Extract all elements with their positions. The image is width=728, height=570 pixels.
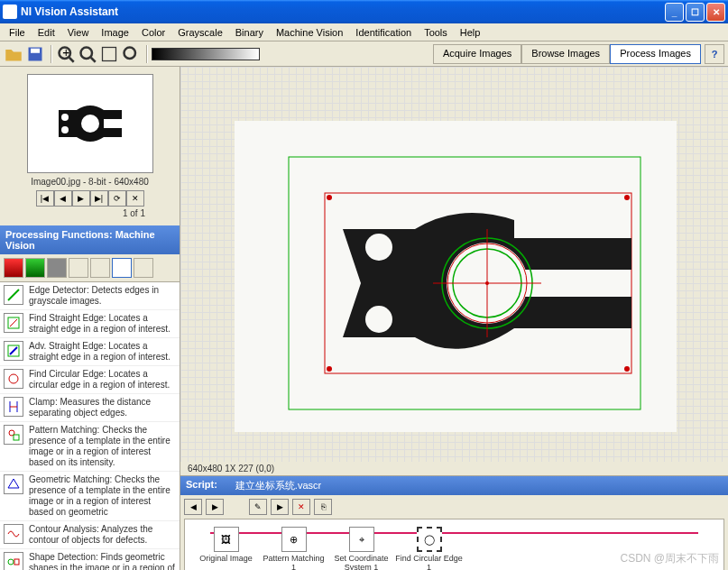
script-add-button[interactable]: ⎘	[314, 499, 332, 515]
maximize-button[interactable]: ☐	[686, 3, 705, 22]
script-delete-button[interactable]: ✕	[292, 499, 310, 515]
help-button[interactable]: ?	[705, 44, 724, 64]
zoom-1x-button[interactable]	[121, 44, 141, 64]
svg-rect-25	[14, 559, 19, 565]
func-pattern-matching[interactable]: Pattern Matching: Checks the presence of…	[0, 422, 180, 472]
thumbnail-caption: Image00.jpg - 8-bit - 640x480	[7, 177, 172, 187]
adv-straight-edge-icon	[4, 341, 23, 361]
window-controls: _ ☐ ✕	[665, 3, 725, 22]
cat-tab-7[interactable]	[134, 258, 153, 278]
func-adv-straight-edge[interactable]: Adv. Straight Edge: Locates a straight e…	[0, 338, 180, 366]
svg-point-33	[327, 195, 332, 200]
script-step-pattern-matching[interactable]: ⊕Pattern Matching 1	[260, 527, 327, 565]
menu-file[interactable]: File	[4, 25, 31, 40]
status-line: 640x480 1X 227 (0,0)	[180, 462, 728, 475]
svg-point-38	[365, 306, 392, 333]
svg-rect-7	[103, 47, 116, 60]
find-straight-edge-icon	[4, 313, 23, 333]
svg-point-10	[61, 126, 69, 133]
cat-tab-5[interactable]	[90, 258, 110, 278]
script-label: Script:	[186, 479, 217, 492]
cat-tab-2[interactable]	[25, 258, 45, 278]
zoom-fit-button[interactable]	[99, 44, 119, 64]
canvas-area: 640x480 1X 227 (0,0) Script: 建立坐标系统.vasc…	[180, 67, 728, 570]
contour-analysis-icon	[4, 524, 23, 544]
window-title: NI Vision Assistant	[21, 5, 665, 18]
script-step-coord-system[interactable]: ⌖Set Coordinate System 1	[327, 527, 395, 565]
menu-bar: File Edit View Image Color Grayscale Bin…	[0, 23, 728, 41]
nav-next-button[interactable]: ▶|	[90, 190, 108, 207]
edge-detector-icon	[4, 285, 23, 305]
nav-play-button[interactable]: ▶	[72, 190, 90, 207]
original-image-icon: 🖼	[214, 527, 239, 552]
svg-line-12	[8, 290, 19, 300]
browse-images-button[interactable]: Browse Images	[521, 44, 610, 64]
svg-point-5	[81, 47, 93, 59]
geometric-matching-icon	[4, 474, 23, 494]
save-button[interactable]	[25, 44, 45, 64]
nav-first-button[interactable]: |◀	[36, 190, 54, 207]
svg-line-3	[69, 57, 74, 61]
func-find-circular-edge[interactable]: Find Circular Edge: Locates a circular e…	[0, 366, 180, 394]
image-view[interactable]	[235, 121, 677, 432]
zoom-out-button[interactable]	[78, 44, 97, 64]
script-step-circular-edge[interactable]: ◯Find Circular Edge 1	[395, 527, 463, 565]
menu-tools[interactable]: Tools	[419, 25, 453, 40]
clamp-icon	[4, 397, 23, 417]
watermark: CSDN @周末不下雨	[620, 551, 719, 566]
open-button[interactable]	[4, 44, 23, 64]
acquire-images-button[interactable]: Acquire Images	[433, 44, 521, 64]
svg-rect-22	[14, 435, 19, 440]
menu-machine-vision[interactable]: Machine Vision	[271, 25, 348, 40]
func-find-straight-edge[interactable]: Find Straight Edge: Locates a straight e…	[0, 310, 180, 338]
function-list[interactable]: Edge Detector: Detects edges in grayscal…	[0, 282, 180, 570]
svg-point-11	[81, 115, 99, 133]
script-step-original[interactable]: 🖼Original Image	[192, 527, 260, 565]
script-next-button[interactable]: ▶	[206, 499, 224, 515]
func-shape-detection[interactable]: Shape Detection: Finds geometric shapes …	[0, 549, 180, 570]
zoom-in-button[interactable]: +	[56, 44, 76, 64]
svg-point-17	[9, 374, 18, 383]
script-prev-button[interactable]: ◀	[184, 499, 202, 515]
cat-tab-1[interactable]	[4, 258, 23, 278]
cat-tab-4[interactable]	[69, 258, 88, 278]
svg-point-36	[624, 366, 630, 372]
menu-help[interactable]: Help	[455, 25, 486, 40]
menu-grayscale[interactable]: Grayscale	[172, 25, 228, 40]
close-button[interactable]: ✕	[706, 3, 725, 22]
find-circular-edge-icon	[4, 369, 23, 389]
script-run-button[interactable]: ▶	[271, 499, 289, 515]
menu-view[interactable]: View	[62, 25, 95, 40]
script-edit-button[interactable]: ✎	[249, 499, 267, 515]
func-clamp[interactable]: Clamp: Measures the distance separating …	[0, 394, 180, 422]
pattern-matching-icon	[4, 425, 23, 445]
script-header: Script: 建立坐标系统.vascr	[180, 476, 728, 495]
func-geometric-matching[interactable]: Geometric Matching: Checks the presence …	[0, 472, 180, 521]
minimize-button[interactable]: _	[665, 3, 684, 22]
menu-color[interactable]: Color	[136, 25, 170, 40]
nav-prev-button[interactable]: ◀	[54, 190, 72, 207]
mode-buttons: Acquire Images Browse Images Process Ima…	[433, 44, 724, 64]
script-filename: 建立坐标系统.vascr	[235, 479, 321, 492]
cat-tab-3[interactable]	[47, 258, 67, 278]
menu-binary[interactable]: Binary	[230, 25, 269, 40]
thumbnail-image[interactable]	[27, 74, 153, 173]
nav-close-button[interactable]: ✕	[126, 190, 144, 207]
menu-edit[interactable]: Edit	[32, 25, 60, 40]
nav-last-button[interactable]: ⟳	[108, 190, 126, 207]
func-contour-analysis[interactable]: Contour Analysis: Analyzes the contour o…	[0, 521, 180, 549]
svg-line-16	[10, 347, 17, 354]
func-edge-detector[interactable]: Edge Detector: Detects edges in grayscal…	[0, 282, 180, 310]
circular-edge-step-icon: ◯	[417, 527, 442, 552]
svg-line-6	[91, 57, 96, 61]
menu-identification[interactable]: Identification	[350, 25, 417, 40]
cat-tab-6-selected[interactable]	[112, 258, 132, 278]
svg-marker-23	[8, 479, 19, 488]
svg-point-35	[327, 366, 332, 372]
menu-image[interactable]: Image	[96, 25, 134, 40]
palette-gradient[interactable]	[152, 48, 260, 60]
image-canvas[interactable]	[180, 67, 728, 462]
script-toolbar: ◀ ▶ ✎ ▶ ✕ ⎘	[180, 495, 728, 519]
process-images-button[interactable]: Process Images	[610, 44, 701, 64]
svg-point-8	[124, 47, 136, 59]
